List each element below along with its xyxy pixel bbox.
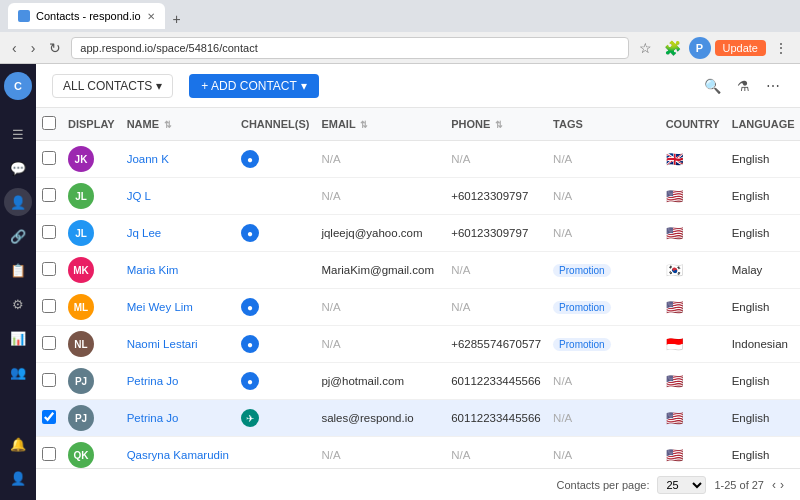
tag-na: N/A (553, 412, 572, 424)
tag-na: N/A (553, 190, 572, 202)
more-options-btn[interactable]: ⋯ (762, 74, 784, 98)
row-checkbox[interactable] (42, 188, 56, 202)
sidebar-icon-menu[interactable]: ☰ (4, 120, 32, 148)
contact-name-link[interactable]: Naomi Lestari (127, 338, 198, 350)
filter-btn[interactable]: ⚗ (733, 74, 754, 98)
new-tab-btn[interactable]: + (167, 9, 187, 29)
country-flag: 🇺🇸 (666, 447, 683, 463)
sidebar-icon-analytics[interactable]: 📊 (4, 324, 32, 352)
contact-name-link[interactable]: JQ L (127, 190, 151, 202)
sidebar-icon-user[interactable]: 👤 (4, 464, 32, 492)
row-phone-cell: 60112233445566 (445, 400, 547, 437)
col-language[interactable]: LANGUAGE ⇅ (726, 108, 800, 141)
row-checkbox[interactable] (42, 151, 56, 165)
phone-sort-icon: ⇅ (495, 120, 503, 130)
channel-icon: ● (241, 335, 259, 353)
sidebar-icon-links[interactable]: 🔗 (4, 222, 32, 250)
contacts-table: DISPLAY NAME ⇅ CHANNEL(S) EMAIL ⇅ PHONE … (36, 108, 800, 468)
contact-name-link[interactable]: Jq Lee (127, 227, 162, 239)
sidebar-icon-notifications[interactable]: 🔔 (4, 430, 32, 458)
contact-name-link[interactable]: Joann K (127, 153, 169, 165)
page-navigation: ‹ › (772, 478, 784, 492)
contact-avatar: JL (68, 220, 94, 246)
row-name-cell: Naomi Lestari (121, 326, 235, 363)
row-checkbox[interactable] (42, 225, 56, 239)
search-btn[interactable]: 🔍 (700, 74, 725, 98)
row-language-cell: English (726, 215, 800, 252)
tag-badge: Promotion (553, 301, 611, 314)
col-tags: TAGS (547, 108, 660, 141)
extension-btn[interactable]: 🧩 (660, 36, 685, 60)
tag-na: N/A (553, 227, 572, 239)
contact-name-link[interactable]: Mei Wey Lim (127, 301, 193, 313)
contact-avatar: QK (68, 442, 94, 468)
col-email[interactable]: EMAIL ⇅ (315, 108, 445, 141)
all-contacts-label: ALL CONTACTS (63, 79, 152, 93)
contact-name-link[interactable]: Petrina Jo (127, 375, 179, 387)
contact-name-link[interactable]: Qasryna Kamarudin (127, 449, 229, 461)
row-email-cell: N/A (315, 326, 445, 363)
country-flag: 🇬🇧 (666, 151, 683, 167)
profile-btn[interactable]: P (689, 37, 711, 59)
row-checkbox[interactable] (42, 447, 56, 461)
add-contact-label: + ADD CONTACT (201, 79, 296, 93)
tag-badge: Promotion (553, 264, 611, 277)
next-page-btn[interactable]: › (780, 478, 784, 492)
row-channel-cell: ● (235, 215, 315, 252)
reload-btn[interactable]: ↻ (45, 38, 65, 58)
row-checkbox-cell (36, 215, 62, 252)
contact-name-link[interactable]: Maria Kim (127, 264, 179, 276)
row-avatar-cell: JK (62, 141, 121, 178)
contact-name-link[interactable]: Petrina Jo (127, 412, 179, 424)
tag-badge: Promotion (553, 338, 611, 351)
bookmark-btn[interactable]: ☆ (635, 36, 656, 60)
row-country-cell: 🇺🇸 (660, 437, 726, 469)
select-all-checkbox[interactable] (42, 116, 56, 130)
add-contact-btn[interactable]: + ADD CONTACT ▾ (189, 74, 318, 98)
table-header-row: DISPLAY NAME ⇅ CHANNEL(S) EMAIL ⇅ PHONE … (36, 108, 800, 141)
row-avatar-cell: JL (62, 215, 121, 252)
contact-avatar: PJ (68, 368, 94, 394)
row-avatar-cell: MK (62, 252, 121, 289)
row-phone-cell: N/A (445, 141, 547, 178)
back-btn[interactable]: ‹ (8, 38, 21, 58)
tab-close-btn[interactable]: ✕ (147, 11, 155, 22)
sidebar-icon-chat[interactable]: 💬 (4, 154, 32, 182)
row-checkbox[interactable] (42, 336, 56, 350)
row-email-cell: N/A (315, 141, 445, 178)
col-country: COUNTRY (660, 108, 726, 141)
sidebar-icon-contacts[interactable]: 👤 (4, 188, 32, 216)
per-page-label: Contacts per page: (557, 479, 650, 491)
menu-btn[interactable]: ⋮ (770, 36, 792, 60)
forward-btn[interactable]: › (27, 38, 40, 58)
add-contact-chevron-icon: ▾ (301, 79, 307, 93)
email-sort-icon: ⇅ (360, 120, 368, 130)
active-tab[interactable]: Contacts - respond.io ✕ (8, 3, 165, 29)
prev-page-btn[interactable]: ‹ (772, 478, 776, 492)
sidebar-icon-tasks[interactable]: 📋 (4, 256, 32, 284)
all-contacts-dropdown[interactable]: ALL CONTACTS ▾ (52, 74, 173, 98)
per-page-select[interactable]: 25 50 100 (657, 476, 706, 494)
sidebar-icon-settings[interactable]: ⚙ (4, 290, 32, 318)
row-checkbox[interactable] (42, 373, 56, 387)
contact-avatar: ML (68, 294, 94, 320)
url-bar[interactable]: app.respond.io/space/54816/contact (71, 37, 628, 59)
row-tags-cell: N/A (547, 215, 660, 252)
row-name-cell: JQ L (121, 178, 235, 215)
col-name[interactable]: NAME ⇅ (121, 108, 235, 141)
top-bar: ALL CONTACTS ▾ + ADD CONTACT ▾ 🔍 ⚗ ⋯ (36, 64, 800, 108)
row-checkbox[interactable] (42, 410, 56, 424)
row-checkbox[interactable] (42, 262, 56, 276)
col-phone[interactable]: PHONE ⇅ (445, 108, 547, 141)
update-btn[interactable]: Update (715, 40, 766, 56)
row-checkbox-cell (36, 326, 62, 363)
row-language-cell: English (726, 178, 800, 215)
table-row: JL Jq Lee ● jqleejq@yahoo.com +601233097… (36, 215, 800, 252)
tab-title: Contacts - respond.io (36, 10, 141, 22)
row-email-cell: sales@respond.io (315, 400, 445, 437)
sidebar-avatar[interactable]: C (4, 72, 32, 100)
row-checkbox[interactable] (42, 299, 56, 313)
row-tags-cell: Promotion (547, 289, 660, 326)
row-avatar-cell: QK (62, 437, 121, 469)
sidebar-icon-team[interactable]: 👥 (4, 358, 32, 386)
